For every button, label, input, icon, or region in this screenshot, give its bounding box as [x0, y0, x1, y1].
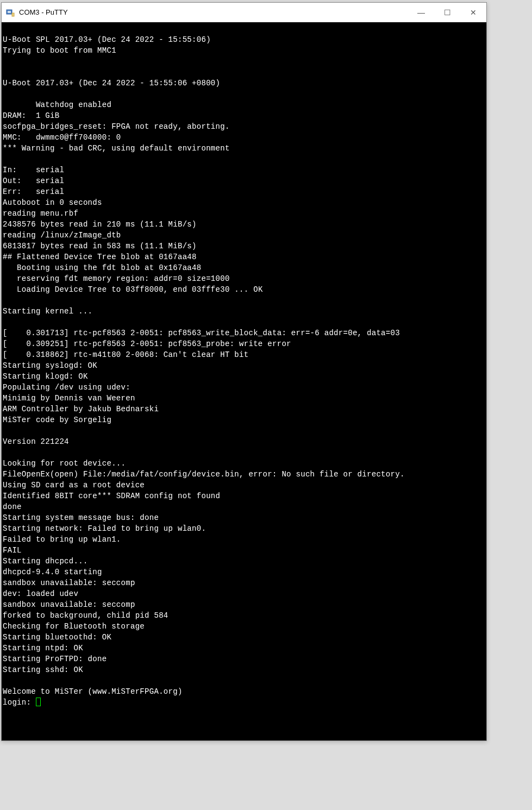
- terminal-line: Err: serial: [3, 186, 485, 197]
- terminal-line: DRAM: 1 GiB: [3, 110, 485, 121]
- window-controls: — ☐ ✕: [408, 3, 486, 22]
- terminal-line: Minimig by Dennis van Weeren: [3, 393, 485, 404]
- terminal-line: Starting klogd: OK: [3, 371, 485, 382]
- svg-rect-1: [8, 11, 11, 13]
- terminal-line: Starting system message bus: done: [3, 512, 485, 523]
- terminal-line: Using SD card as a root device: [3, 480, 485, 491]
- terminal-line: Watchdog enabled: [3, 99, 485, 110]
- terminal-line: socfpga_bridges_reset: FPGA not ready, a…: [3, 121, 485, 132]
- terminal-line: Looking for root device...: [3, 458, 485, 469]
- terminal-line: Starting ProFTPD: done: [3, 654, 485, 664]
- minimize-button[interactable]: —: [408, 3, 434, 22]
- terminal-line: Trying to boot from MMC1: [3, 45, 485, 56]
- terminal-line: Failed to bring up wlan1.: [3, 534, 485, 545]
- login-prompt: login:: [3, 698, 36, 707]
- terminal-line: [3, 23, 485, 34]
- terminal-line: Starting bluetoothd: OK: [3, 632, 485, 643]
- terminal-line: [3, 67, 485, 78]
- terminal-line: Starting ntpd: OK: [3, 643, 485, 654]
- login-prompt-line[interactable]: login:: [3, 697, 485, 708]
- maximize-button[interactable]: ☐: [434, 3, 460, 22]
- svg-rect-2: [12, 13, 14, 16]
- terminal-line: Starting syslogd: OK: [3, 360, 485, 371]
- terminal-line: reading menu.rbf: [3, 208, 485, 219]
- terminal-line: Autoboot in 0 seconds: [3, 197, 485, 208]
- terminal-line: Checking for Bluetooth storage: [3, 621, 485, 632]
- terminal-line: done: [3, 501, 485, 512]
- terminal-line: In: serial: [3, 165, 485, 175]
- terminal-line: forked to background, child pid 584: [3, 610, 485, 621]
- terminal-line: reserving fdt memory region: addr=0 size…: [3, 273, 485, 284]
- terminal-line: sandbox unavailable: seccomp: [3, 599, 485, 610]
- terminal-line: [3, 154, 485, 165]
- terminal-line: Starting dhcpcd...: [3, 556, 485, 567]
- terminal-line: [3, 317, 485, 328]
- putty-window: COM3 - PuTTY — ☐ ✕ U-Boot SPL 2017.03+ (…: [1, 2, 487, 741]
- terminal-line: Populating /dev using udev:: [3, 382, 485, 393]
- terminal-line: [3, 89, 485, 99]
- terminal-line: [ 0.301713] rtc-pcf8563 2-0051: pcf8563_…: [3, 328, 485, 338]
- terminal-line: [3, 447, 485, 458]
- terminal-line: Identified 8BIT core*** SDRAM config not…: [3, 491, 485, 501]
- terminal-line: FileOpenEx(open) File:/media/fat/config/…: [3, 469, 485, 480]
- terminal-line: [3, 56, 485, 67]
- terminal-line: [3, 425, 485, 436]
- terminal-line: MMC: dwmmc0@ff704000: 0: [3, 132, 485, 143]
- terminal-line: [3, 295, 485, 306]
- terminal-line: Booting using the fdt blob at 0x167aa48: [3, 262, 485, 273]
- terminal-line: Loading Device Tree to 03ff8000, end 03f…: [3, 284, 485, 295]
- terminal-line: [3, 675, 485, 686]
- terminal-line: dhcpcd-9.4.0 starting: [3, 567, 485, 577]
- terminal-line: Starting kernel ...: [3, 306, 485, 317]
- terminal-line: 6813817 bytes read in 583 ms (11.1 MiB/s…: [3, 241, 485, 252]
- terminal-line: [ 0.309251] rtc-pcf8563 2-0051: pcf8563_…: [3, 338, 485, 349]
- terminal-line: Starting sshd: OK: [3, 664, 485, 675]
- terminal-line: *** Warning - bad CRC, using default env…: [3, 143, 485, 154]
- titlebar[interactable]: COM3 - PuTTY — ☐ ✕: [2, 3, 486, 22]
- close-button[interactable]: ✕: [460, 3, 486, 22]
- terminal-line: 2438576 bytes read in 210 ms (11.1 MiB/s…: [3, 219, 485, 230]
- putty-icon: [6, 8, 15, 17]
- terminal-line: Starting network: Failed to bring up wla…: [3, 523, 485, 534]
- terminal-line: Out: serial: [3, 175, 485, 186]
- terminal-line: [ 0.318862] rtc-m41t80 2-0068: Can't cle…: [3, 349, 485, 360]
- window-title: COM3 - PuTTY: [19, 8, 408, 16]
- terminal-cursor: [36, 698, 41, 706]
- terminal-line: MiSTer code by Sorgelig: [3, 415, 485, 425]
- terminal-line: U-Boot SPL 2017.03+ (Dec 24 2022 - 15:55…: [3, 34, 485, 45]
- terminal-line: dev: loaded udev: [3, 588, 485, 599]
- terminal-line: FAIL: [3, 545, 485, 556]
- terminal-line: reading /linux/zImage_dtb: [3, 230, 485, 241]
- terminal-line: Version 221224: [3, 436, 485, 447]
- terminal-line: ## Flattened Device Tree blob at 0167aa4…: [3, 252, 485, 262]
- terminal-line: ARM Controller by Jakub Bednarski: [3, 404, 485, 415]
- terminal-line: U-Boot 2017.03+ (Dec 24 2022 - 15:55:06 …: [3, 78, 485, 89]
- terminal-line: Welcome to MiSTer (www.MiSTerFPGA.org): [3, 686, 485, 697]
- terminal-area[interactable]: U-Boot SPL 2017.03+ (Dec 24 2022 - 15:55…: [2, 22, 486, 740]
- terminal-line: sandbox unavailable: seccomp: [3, 577, 485, 588]
